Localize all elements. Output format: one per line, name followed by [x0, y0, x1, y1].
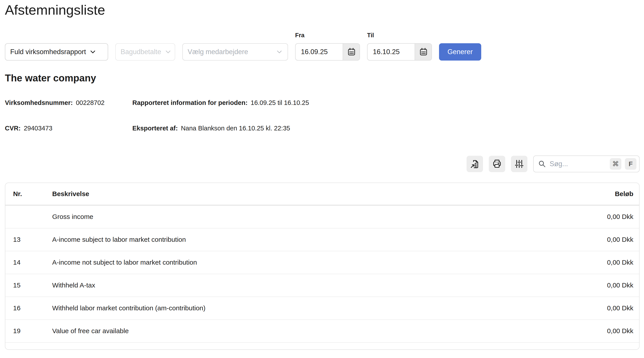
cell-nr: 16 [13, 304, 52, 312]
report-page: Afstemningsliste Fuld virksomhedsrapport… [0, 0, 644, 350]
exported-by-pair: Eksporteret af:Nana Blankson den 16.10.2… [132, 125, 640, 132]
date-to-input[interactable] [368, 44, 414, 60]
column-header-description: Beskrivelse [52, 190, 615, 198]
sliders-icon [514, 159, 524, 169]
cell-amount: 0,00 Dkk [607, 327, 633, 335]
table-row: 19 Value of free car available 0,00 Dkk [5, 320, 639, 343]
page-title: Afstemningsliste [5, 1, 640, 19]
cell-description: A-income subject to labor market contrib… [52, 236, 607, 243]
period-value: 16.09.25 til 16.10.25 [251, 99, 309, 106]
f-key-badge: F [625, 158, 636, 170]
report-type-value: Fuld virksomhedsrapport [10, 48, 86, 56]
table-row: 16 Withheld labor market contribution (a… [5, 297, 639, 320]
exported-by-label: Eksporteret af: [132, 125, 178, 132]
company-info: Virksomhedsnummer:00228702 Rapporteret i… [5, 99, 640, 132]
cell-description: Value of free car available [52, 327, 607, 335]
table-footer-spacer [5, 343, 639, 349]
company-number-value: 00228702 [76, 99, 104, 106]
date-to-field [367, 43, 432, 61]
date-from-label: Fra [295, 32, 360, 39]
cell-amount: 0,00 Dkk [607, 304, 633, 312]
print-icon [492, 159, 502, 169]
chevron-down-icon [165, 49, 172, 55]
filter-bar: Fuld virksomhedsrapport Bagudbetalte Væl… [5, 32, 640, 61]
export-button[interactable] [466, 156, 483, 172]
column-header-nr: Nr. [13, 190, 52, 198]
company-number-pair: Virksomhedsnummer:00228702 [5, 99, 132, 106]
table-row: 15 Withheld A-tax 0,00 Dkk [5, 274, 639, 297]
table-row: 14 A-income not subject to labor market … [5, 251, 639, 274]
calendar-icon [347, 47, 356, 57]
date-from-input[interactable] [296, 44, 343, 60]
company-name: The water company [5, 73, 640, 84]
cell-description: Gross income [52, 213, 607, 220]
exported-by-value: Nana Blankson den 16.10.25 kl. 22:35 [181, 125, 290, 132]
column-header-amount: Beløb [615, 190, 633, 198]
generate-button[interactable]: Generer [439, 43, 481, 61]
date-from-calendar-button[interactable] [343, 44, 360, 60]
file-export-icon [470, 159, 480, 169]
cell-amount: 0,00 Dkk [607, 236, 633, 243]
cell-amount: 0,00 Dkk [607, 259, 633, 266]
date-to-group: Til [367, 32, 432, 61]
chevron-down-icon [90, 49, 96, 55]
cell-description: Withheld labor market contribution (am-c… [52, 304, 607, 312]
report-type-select[interactable]: Fuld virksomhedsrapport [5, 43, 108, 61]
command-key-badge: ⌘ [610, 158, 621, 170]
date-to-label: Til [367, 32, 432, 39]
search-box: ⌘ F [533, 156, 640, 172]
cvr-pair: CVR:29403473 [5, 125, 132, 132]
table-row: 13 A-income subject to labor market cont… [5, 228, 639, 251]
chevron-down-icon [276, 49, 283, 55]
cvr-value: 29403473 [24, 125, 52, 132]
search-icon [538, 160, 546, 168]
table-header-row: Nr. Beskrivelse Beløb [5, 183, 639, 206]
company-number-label: Virksomhedsnummer: [5, 99, 73, 106]
employees-placeholder: Vælg medarbejdere [188, 48, 248, 56]
payment-mode-value: Bagudbetalte [120, 48, 161, 56]
employees-select[interactable]: Vælg medarbejdere [182, 43, 288, 61]
filter-settings-button[interactable] [511, 156, 528, 172]
date-to-calendar-button[interactable] [414, 44, 432, 60]
calendar-icon [419, 47, 428, 57]
cell-nr: 19 [13, 327, 52, 335]
table-body: Gross income 0,00 Dkk 13 A-income subjec… [5, 206, 639, 343]
cell-amount: 0,00 Dkk [607, 281, 633, 289]
print-button[interactable] [489, 156, 505, 172]
cell-nr: 15 [13, 281, 52, 289]
cell-amount: 0,00 Dkk [607, 213, 633, 220]
search-input[interactable] [550, 160, 606, 168]
table-toolbar: ⌘ F [5, 156, 640, 172]
period-label: Rapporteret information for perioden: [132, 99, 248, 106]
cell-nr: 13 [13, 236, 52, 243]
cell-description: A-income not subject to labor market con… [52, 259, 607, 266]
period-pair: Rapporteret information for perioden:16.… [132, 99, 640, 106]
payment-mode-select: Bagudbetalte [115, 43, 175, 61]
cvr-label: CVR: [5, 125, 21, 132]
reconciliation-table: Nr. Beskrivelse Beløb Gross income 0,00 … [5, 182, 640, 350]
date-from-group: Fra [295, 32, 360, 61]
cell-description: Withheld A-tax [52, 281, 607, 289]
cell-nr: 14 [13, 259, 52, 266]
date-from-field [295, 43, 360, 61]
table-row: Gross income 0,00 Dkk [5, 206, 639, 228]
